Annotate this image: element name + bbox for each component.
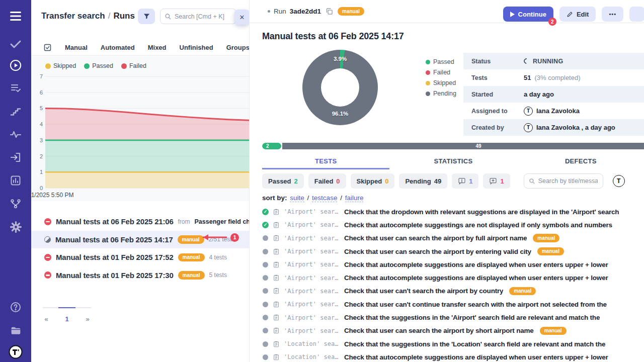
donut-legend: Passed Failed Skipped Pending: [426, 58, 456, 97]
search-icon: [529, 178, 535, 185]
failed-filter-chip[interactable]: Failed 0: [308, 173, 346, 189]
test-row[interactable]: 'Airport' search Check that user can't c…: [262, 298, 644, 311]
continue-button[interactable]: Continue 2: [503, 7, 553, 22]
skipped-filter-chip[interactable]: Skipped 0: [351, 173, 395, 189]
runs-tab-automated[interactable]: Automated: [101, 44, 135, 51]
pending-filter-chip[interactable]: Pending 49: [399, 173, 447, 189]
assignee-avatar-filter[interactable]: T: [613, 175, 625, 187]
passed-filter-chip[interactable]: Passed 2: [262, 173, 304, 189]
arrow-into-box-icon[interactable]: [9, 150, 23, 164]
manual-badge: manual: [338, 7, 364, 16]
tab-statistics[interactable]: STATISTICS: [389, 154, 517, 169]
folder-icon[interactable]: [9, 323, 23, 337]
test-row[interactable]: 'Airport' search Check that user can sea…: [262, 324, 644, 337]
gear-icon[interactable]: [9, 220, 23, 234]
bar-chart-icon[interactable]: [9, 173, 23, 188]
info-row-created: Created by TIana Zavoloka , a day ago: [463, 119, 644, 136]
legend-item[interactable]: Pending: [426, 90, 456, 97]
test-row[interactable]: 'Airport' search Check that autocomplete…: [262, 218, 644, 231]
select-all-icon[interactable]: [43, 43, 52, 52]
progress-passed-segment: 2: [262, 143, 281, 149]
test-row[interactable]: 'Airport' search Check that the dropdown…: [262, 205, 644, 218]
tab-defects[interactable]: DEFECTS: [517, 154, 644, 169]
steps-icon[interactable]: [9, 105, 23, 119]
testcase-icon: [273, 340, 280, 348]
sort-suite-link[interactable]: suite: [290, 194, 304, 202]
test-status-icon: [263, 235, 268, 241]
legend-item[interactable]: Skipped: [45, 62, 76, 69]
legend-item[interactable]: Passed: [84, 62, 113, 69]
prev-page-button[interactable]: «: [43, 315, 50, 323]
comments-filter-chip[interactable]: 1: [452, 173, 478, 189]
result-donut-chart: 3.9% 96.1%: [302, 50, 378, 125]
test-row[interactable]: 'Location' search Check that autocomplet…: [262, 350, 644, 362]
run-row-selected[interactable]: Manual tests at 06 Feb 2025 14:17 manual…: [31, 231, 249, 249]
legend-item[interactable]: Failed: [426, 69, 456, 76]
runs-tab-unfinished[interactable]: Unfinished: [180, 44, 213, 51]
progress-pending-segment: 49: [282, 143, 644, 149]
runs-tab-manual[interactable]: Manual: [65, 44, 88, 51]
copy-run-id-button[interactable]: [325, 7, 334, 16]
page-1-button[interactable]: 1: [63, 315, 70, 323]
runs-history-chart: Skipped Passed Failed 01234567 01/2025 5…: [31, 56, 249, 201]
test-title: Check that autocomplete suggestions are …: [344, 274, 608, 282]
manual-badge: manual: [178, 235, 204, 244]
tab-tests[interactable]: TESTS: [262, 154, 389, 169]
breadcrumb-project[interactable]: Transfer search: [41, 11, 105, 21]
test-filters: Passed 2 Failed 0 Skipped 0 Pending 49 1: [262, 173, 625, 189]
edit-button[interactable]: Edit: [559, 7, 596, 22]
branch-icon[interactable]: [9, 197, 23, 211]
next-page-button[interactable]: »: [84, 315, 91, 323]
test-suite-name: 'Airport' search: [284, 301, 340, 308]
legend-item[interactable]: Failed: [121, 62, 146, 69]
info-row-started: Started a day ago: [463, 86, 644, 103]
pulse-icon[interactable]: [9, 127, 23, 141]
check-icon[interactable]: [9, 37, 23, 51]
manual-badge: manual: [509, 287, 536, 296]
test-status-icon: [263, 249, 268, 254]
runs-tab-mixed[interactable]: Mixed: [148, 44, 167, 51]
test-suite-name: 'Airport' search: [284, 288, 340, 295]
menu-icon[interactable]: [9, 9, 23, 23]
test-suite-name: 'Airport' search: [284, 208, 340, 215]
donut-label-passed: 3.9%: [334, 56, 347, 62]
area-chart-svg: 01234567: [31, 74, 249, 198]
workspace-avatar[interactable]: [9, 345, 23, 359]
test-row[interactable]: 'Airport' search Check that autocomplete…: [262, 271, 644, 284]
help-icon[interactable]: [9, 300, 23, 314]
play-icon: [510, 12, 515, 17]
test-search: [524, 173, 603, 189]
runs-search-input[interactable]: [175, 13, 225, 20]
play-circle-icon[interactable]: [9, 58, 23, 72]
testcase-icon: [273, 314, 280, 321]
run-detail-topbar: Run 3ade2dd1 manual Continue 2 Edit •••: [250, 0, 644, 23]
test-row[interactable]: 'Airport' search Check that the suggesti…: [262, 311, 644, 324]
svg-text:3: 3: [40, 137, 43, 143]
runs-filter-tabs: ManualAutomatedMixedUnfinishedGroups: [31, 39, 249, 56]
run-row[interactable]: Manual tests at 01 Feb 2025 17:52 manual…: [31, 248, 249, 266]
more-actions-button[interactable]: •••: [602, 7, 623, 22]
close-search-button[interactable]: ✕: [234, 10, 249, 25]
test-list: 'Airport' search Check that the dropdown…: [262, 205, 644, 362]
test-title: Check that the dropdown with relevant su…: [344, 208, 619, 216]
list-check-icon[interactable]: [9, 81, 23, 95]
svg-text:1: 1: [40, 169, 43, 175]
test-row[interactable]: 'Airport' search Check that user can't s…: [262, 285, 644, 298]
test-search-input[interactable]: [538, 177, 598, 185]
test-row[interactable]: 'Airport' search Check that autocomplete…: [262, 258, 644, 271]
attachments-filter-chip[interactable]: 1: [483, 173, 510, 189]
filter-button[interactable]: [138, 9, 155, 24]
test-title: Check that autocomplete suggestions are …: [344, 261, 608, 268]
sort-failure-link[interactable]: failure: [345, 194, 364, 202]
run-row[interactable]: Manual tests at 06 Feb 2025 21:06 from P…: [31, 213, 249, 231]
legend-item[interactable]: Skipped: [426, 79, 456, 86]
run-row[interactable]: Manual tests at 01 Feb 2025 17:30 manual…: [31, 266, 249, 285]
test-row[interactable]: 'Location' search Check that the suggest…: [262, 337, 644, 350]
test-row[interactable]: 'Airport' search Check that user can sea…: [262, 245, 644, 258]
legend-item[interactable]: Passed: [426, 58, 456, 65]
sort-testcase-link[interactable]: testcase: [312, 194, 337, 202]
test-row[interactable]: 'Airport' search Check that user can sea…: [262, 232, 644, 245]
funnel-icon: [143, 13, 150, 20]
runs-tab-groups[interactable]: Groups: [226, 44, 249, 51]
partial-button[interactable]: [629, 7, 644, 22]
